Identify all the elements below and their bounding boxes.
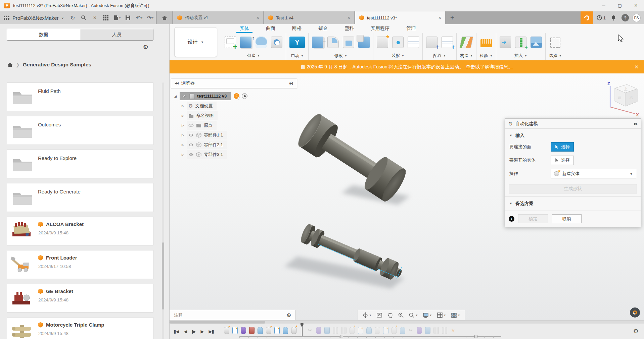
new-component-icon[interactable] — [377, 37, 388, 48]
viewports-button[interactable]: ▼ — [449, 311, 462, 320]
measure-icon[interactable] — [480, 39, 492, 47]
configuration-table-icon[interactable] — [442, 37, 453, 48]
grid-display-button[interactable]: ▼ — [435, 311, 448, 320]
assistant-bubble[interactable] — [630, 307, 640, 318]
pan-button[interactable] — [385, 311, 395, 320]
timeline-feature-mir[interactable] — [433, 327, 439, 334]
tab-sheetmetal[interactable]: 钣金 — [310, 24, 336, 33]
extensions-button[interactable] — [581, 11, 593, 24]
timeline-feature-mir[interactable] — [341, 327, 347, 334]
tree-row-origin[interactable]: ▷ 原点 — [171, 120, 297, 130]
timeline-feature-cyl[interactable] — [375, 327, 380, 334]
timeline-feature-rev[interactable] — [283, 327, 288, 334]
timeline-feature-ext[interactable] — [324, 327, 330, 334]
minus-circle-icon[interactable]: ⊖ — [289, 80, 293, 87]
tab-utilities[interactable]: 实用程序 — [362, 24, 398, 33]
timeline-feature-rev[interactable] — [258, 327, 263, 334]
document-tab-1[interactable]: 传动装置 v1 × — [173, 11, 263, 24]
create-sketch-icon[interactable] — [225, 37, 236, 48]
timeline-feature-ext[interactable] — [425, 327, 430, 334]
add-tab-button[interactable]: + — [446, 11, 458, 24]
comments-bar[interactable]: 注释 ⊕ — [170, 310, 296, 320]
minimize-button[interactable]: ─ — [596, 0, 612, 11]
select-faces-button[interactable]: 选择 — [551, 142, 574, 152]
home-button[interactable] — [157, 11, 172, 24]
automated-modeling-icon[interactable] — [289, 37, 305, 48]
tree-row-component-2[interactable]: ▷ 零部件2:1 — [171, 140, 297, 150]
document-tab-2[interactable]: Test 1 v4 × — [264, 11, 354, 24]
expander-icon[interactable]: ▷ — [181, 153, 185, 156]
timeline-feature-form[interactable] — [241, 327, 246, 334]
tab-data[interactable]: 数据 — [7, 29, 80, 40]
timeline-feature-cyl[interactable]: ★ — [291, 327, 296, 334]
app-grid-button[interactable] — [100, 11, 111, 24]
hole-icon[interactable] — [271, 37, 282, 48]
list-item-folder[interactable]: Outcomes — [7, 116, 153, 145]
timeline-feature-cyl[interactable]: ★ — [266, 327, 271, 334]
list-item-folder[interactable]: Fluid Path — [7, 82, 153, 111]
tab-plastic[interactable]: 塑料 — [336, 24, 362, 33]
group-label-assemble[interactable]: 装配▼ — [392, 52, 404, 60]
viewport-canvas[interactable]: ◀◀ 浏览器 ⊖ ◢ test1111112 v3 F — [170, 73, 644, 320]
eye-off-icon[interactable] — [188, 123, 194, 127]
banner-link[interactable]: 单击以了解详细信息。 — [466, 64, 513, 70]
scrollbar-thumb[interactable] — [162, 242, 164, 309]
group-label-select[interactable]: 选择▼ — [549, 52, 562, 60]
timeline-feature-sk[interactable] — [274, 327, 280, 334]
shell-icon[interactable] — [343, 37, 354, 48]
timeline-feature-hole[interactable] — [249, 327, 255, 334]
timeline-feature-star[interactable]: ★ — [450, 327, 456, 334]
ok-button[interactable]: 确定 — [518, 214, 548, 223]
step-back-button[interactable]: ◀ — [184, 329, 187, 334]
list-item-design[interactable]: ALCOA Bracket 2024/9/9 15:48 — [7, 217, 153, 245]
tree-row-component-1[interactable]: ▷ 零部件1:1 — [171, 130, 297, 140]
workspace-selector-design[interactable]: 设计▼ — [174, 27, 217, 57]
group-label-modify[interactable]: 修改▼ — [334, 52, 347, 60]
sidebar-scrollbar[interactable] — [162, 82, 164, 339]
expander-icon[interactable]: ◢ — [174, 95, 177, 98]
insert-derive-icon[interactable] — [500, 37, 511, 48]
tab-mesh[interactable]: 网格 — [284, 24, 310, 33]
select-bodies-button[interactable]: 选择 — [551, 156, 574, 165]
scrollbar-thumb[interactable] — [170, 321, 265, 324]
group-label-insert[interactable]: 插入▼ — [514, 52, 527, 60]
undo-button[interactable]: ↶▾ — [134, 11, 145, 24]
avatar[interactable]: FS — [632, 14, 641, 22]
fillet-icon[interactable] — [327, 37, 339, 48]
look-at-button[interactable] — [374, 311, 384, 320]
tab-surface[interactable]: 曲面 — [258, 24, 284, 33]
minus-circle-icon[interactable]: ⊖ — [508, 121, 513, 127]
generate-shapes-button[interactable]: 生成形状 — [509, 184, 637, 193]
group-label-configure[interactable]: 配置▼ — [433, 52, 446, 60]
tab-people[interactable]: 人员 — [80, 29, 153, 40]
close-tab-icon[interactable]: × — [257, 15, 259, 20]
joint-icon[interactable] — [392, 37, 404, 48]
eye-icon[interactable] — [188, 143, 194, 147]
eye-icon[interactable] — [182, 94, 187, 98]
tree-row-root[interactable]: ◢ test1111112 v3 F — [171, 91, 297, 101]
document-tab-3-active[interactable]: test1111112 v3* × — [355, 11, 445, 24]
timeline-feature-sk[interactable] — [232, 327, 238, 334]
activate-component-radio[interactable] — [242, 93, 247, 99]
list-item-folder[interactable]: Ready to Generate — [7, 183, 153, 212]
window-zoom-button[interactable]: ▼ — [407, 311, 420, 320]
expander-icon[interactable]: ▷ — [181, 104, 185, 108]
operation-dropdown[interactable]: 新建实体 ▼ — [551, 169, 636, 178]
list-item-folder[interactable]: Ready to Explore — [7, 150, 153, 178]
tree-row-component-3[interactable]: ▷ 零部件3:1 — [171, 150, 297, 159]
skip-start-button[interactable]: ▮◀ — [174, 329, 179, 334]
job-status-button[interactable]: 1 — [597, 15, 606, 20]
zoom-button[interactable] — [396, 311, 406, 320]
timeline-playhead[interactable] — [300, 323, 304, 336]
browser-header[interactable]: ◀◀ 浏览器 ⊖ — [171, 78, 297, 88]
input-section-header[interactable]: ▼输入 — [505, 129, 641, 140]
skip-end-button[interactable]: ▶▮ — [209, 329, 214, 334]
timeline-scrubber[interactable] — [239, 335, 501, 338]
timeline-feature-cyl[interactable]: ★ — [224, 327, 229, 334]
viewcube-top-label[interactable]: 上 — [624, 87, 628, 91]
group-label-create[interactable]: 创建▼ — [247, 52, 260, 60]
revolve-icon[interactable] — [256, 37, 267, 48]
close-tab-icon[interactable]: × — [348, 15, 350, 20]
expander-icon[interactable]: ▷ — [181, 124, 185, 127]
viewcube-front-label[interactable]: 前 — [617, 96, 622, 100]
